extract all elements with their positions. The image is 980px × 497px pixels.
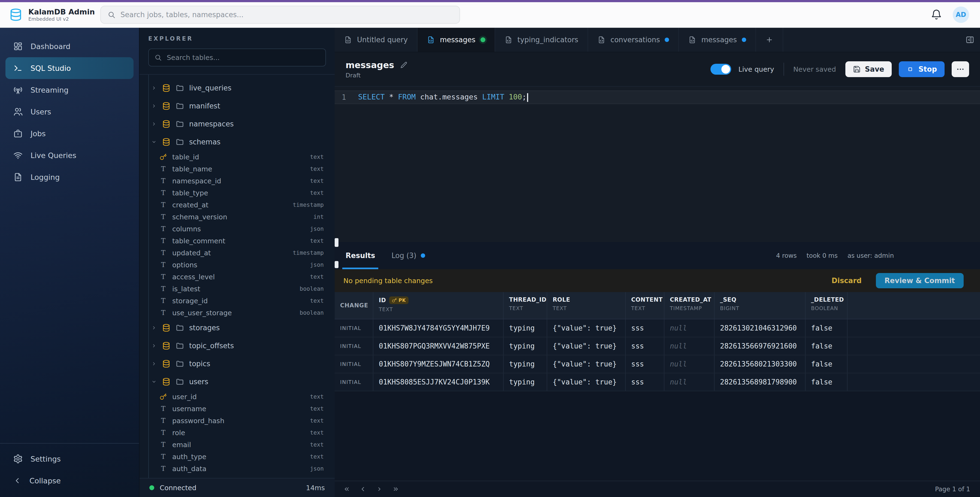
table-row[interactable]: INITIAL01KHS7W8JY4784YG5YY4MJH7E9typing{… xyxy=(335,319,980,337)
tab-log[interactable]: Log (3) xyxy=(388,242,428,269)
tree-column-table-type[interactable]: Ttable_typetext xyxy=(140,187,335,199)
table-cell[interactable]: 282613568021303300 xyxy=(714,355,806,373)
editor-tab-conversations[interactable]: conversations xyxy=(588,28,679,52)
table-cell[interactable]: 01KHS807PGQ3RMXVV42W875PXE xyxy=(373,337,504,355)
table-cell[interactable]: null xyxy=(664,373,714,391)
avatar[interactable]: AD xyxy=(953,6,969,23)
tree-column-use-user-storage[interactable]: Tuse_user_storageboolean xyxy=(140,307,335,319)
table-cell[interactable]: {"value": true} xyxy=(547,337,626,355)
sidebar-item-users[interactable]: Users xyxy=(5,101,134,122)
table-row[interactable]: INITIAL01KHS807Y9MZESJWN74CB1Z5ZQtyping{… xyxy=(335,355,980,373)
column-header-deleted[interactable]: _DELETEDBOOLEAN xyxy=(806,292,848,319)
sidebar-item-live-queries[interactable]: Live Queries xyxy=(5,144,134,166)
editor-tab-typing-indicators[interactable]: typing_indicators xyxy=(495,28,588,52)
table-cell[interactable]: null xyxy=(664,355,714,373)
column-header-created-at[interactable]: CREATED_ATTIMESTAMP xyxy=(664,292,714,319)
tree-column-access-level[interactable]: Taccess_leveltext xyxy=(140,271,335,283)
tree-column-user-id[interactable]: user_idtext xyxy=(140,391,335,403)
sidebar-item-dashboard[interactable]: Dashboard xyxy=(5,35,134,57)
sidebar-item-logging[interactable]: Logging xyxy=(5,166,134,188)
previous-page-button[interactable] xyxy=(356,483,369,495)
table-cell[interactable]: INITIAL xyxy=(335,319,373,337)
table-cell[interactable]: INITIAL xyxy=(335,337,373,355)
tree-table-namespaces[interactable]: namespaces xyxy=(140,115,335,133)
tree-column-auth-data[interactable]: Tauth_datajson xyxy=(140,463,335,475)
new-tab-button[interactable] xyxy=(756,28,783,52)
table-cell[interactable]: INITIAL xyxy=(335,355,373,373)
tree-column-options[interactable]: Toptionsjson xyxy=(140,259,335,271)
tree-table-schemas[interactable]: schemas xyxy=(140,133,335,151)
edit-pencil-icon[interactable] xyxy=(400,61,408,69)
first-page-button[interactable] xyxy=(340,483,353,495)
table-cell[interactable]: {"value": true} xyxy=(547,319,626,337)
table-cell[interactable]: 282613568981798900 xyxy=(714,373,806,391)
tree-table-manifest[interactable]: manifest xyxy=(140,97,335,115)
tree-column-username[interactable]: Tusernametext xyxy=(140,403,335,415)
stop-button[interactable]: Stop xyxy=(899,61,945,77)
table-search-input[interactable] xyxy=(167,54,320,62)
table-cell[interactable]: 282613566976921600 xyxy=(714,337,806,355)
table-cell[interactable]: false xyxy=(806,355,848,373)
table-cell[interactable]: sss xyxy=(626,319,664,337)
table-cell[interactable]: 01KHS807Y9MZESJWN74CB1Z5ZQ xyxy=(373,355,504,373)
tree-column-created-at[interactable]: Tcreated_attimestamp xyxy=(140,199,335,211)
bell-icon[interactable] xyxy=(931,9,942,20)
table-cell[interactable]: typing xyxy=(504,373,547,391)
tree-column-table-comment[interactable]: Ttable_commenttext xyxy=(140,235,335,247)
global-search-input[interactable] xyxy=(121,11,453,19)
table-cell[interactable]: null xyxy=(664,319,714,337)
column-header-content[interactable]: CONTENTTEXT xyxy=(626,292,664,319)
tree-column-updated-at[interactable]: Tupdated_attimestamp xyxy=(140,247,335,259)
tree-column-auth-type[interactable]: Tauth_typetext xyxy=(140,451,335,463)
table-row[interactable]: INITIAL01KHS807PGQ3RMXVV42W875PXEtyping{… xyxy=(335,337,980,355)
editor-tab-untitled-query[interactable]: Untitled query xyxy=(335,28,417,52)
table-cell[interactable]: typing xyxy=(504,337,547,355)
editor-tab-messages[interactable]: messages xyxy=(417,28,495,52)
tree-column-table-name[interactable]: Ttable_nametext xyxy=(140,163,335,175)
table-row[interactable]: INITIAL01KHS8085ESJJ7KV24CJ0P139Ktyping{… xyxy=(335,373,980,391)
tree-column-schema-version[interactable]: Tschema_versionint xyxy=(140,211,335,223)
tree-column-is-latest[interactable]: Tis_latestboolean xyxy=(140,283,335,295)
column-header-role[interactable]: ROLETEXT xyxy=(547,292,626,319)
sql-editor[interactable]: 1 SELECT * FROM chat.messages LIMIT 100; xyxy=(335,87,980,242)
column-header-id[interactable]: IDPKTEXT xyxy=(373,292,504,319)
table-cell[interactable]: 01KHS7W8JY4784YG5YY4MJH7E9 xyxy=(373,319,504,337)
last-page-button[interactable] xyxy=(389,483,402,495)
tree-column-email[interactable]: Temailtext xyxy=(140,439,335,451)
table-cell[interactable]: 282613021046312960 xyxy=(714,319,806,337)
tree-table-users[interactable]: users xyxy=(140,373,335,391)
tab-results[interactable]: Results xyxy=(342,242,378,269)
table-cell[interactable]: sss xyxy=(626,355,664,373)
sidebar-item-jobs[interactable]: Jobs xyxy=(5,122,134,144)
next-page-button[interactable] xyxy=(373,483,386,495)
column-header-thread-id[interactable]: THREAD_IDTEXT xyxy=(504,292,547,319)
table-cell[interactable]: sss xyxy=(626,337,664,355)
more-options-button[interactable] xyxy=(951,61,969,77)
review-commit-button[interactable]: Review & Commit xyxy=(876,273,964,288)
tree-column-columns[interactable]: Tcolumnsjson xyxy=(140,223,335,235)
table-cell[interactable]: false xyxy=(806,319,848,337)
discard-button[interactable]: Discard xyxy=(832,276,861,285)
sidebar-item-streaming[interactable]: Streaming xyxy=(5,79,134,101)
table-cell[interactable]: false xyxy=(806,373,848,391)
collapse-panel-button[interactable] xyxy=(965,28,980,52)
table-cell[interactable]: sss xyxy=(626,373,664,391)
save-button[interactable]: Save xyxy=(845,61,892,77)
table-cell[interactable]: {"value": true} xyxy=(547,355,626,373)
column-header-change[interactable]: CHANGE xyxy=(335,292,373,319)
table-cell[interactable]: INITIAL xyxy=(335,373,373,391)
table-search[interactable] xyxy=(148,49,326,67)
table-cell[interactable]: typing xyxy=(504,355,547,373)
tree-table-live-queries[interactable]: live_queries xyxy=(140,79,335,97)
tree-column-storage-id[interactable]: Tstorage_idtext xyxy=(140,295,335,307)
tree-column-namespace-id[interactable]: Tnamespace_idtext xyxy=(140,175,335,187)
tree-column-password-hash[interactable]: Tpassword_hashtext xyxy=(140,415,335,427)
tree-table-topic-offsets[interactable]: topic_offsets xyxy=(140,337,335,355)
editor-tab-messages[interactable]: messages xyxy=(679,28,756,52)
table-cell[interactable]: typing xyxy=(504,319,547,337)
tree-column-role[interactable]: Troletext xyxy=(140,427,335,439)
sidebar-item-sql-studio[interactable]: SQL Studio xyxy=(5,57,134,79)
panel-resize-handle[interactable] xyxy=(335,261,339,268)
live-query-toggle[interactable] xyxy=(711,64,731,75)
table-cell[interactable]: false xyxy=(806,337,848,355)
